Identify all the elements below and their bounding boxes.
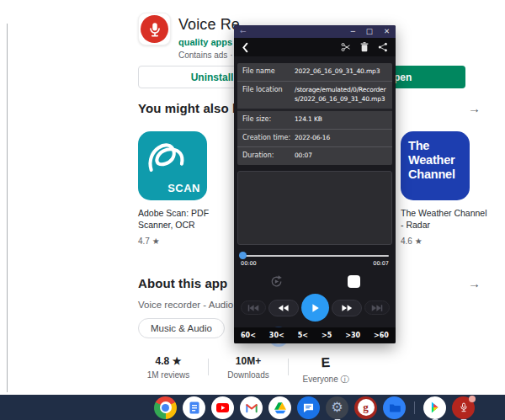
row-value: /storage/emulated/0/Recorders/2022_06_16… (295, 86, 387, 104)
stat-content-rating: E Everyone ⓘ (284, 355, 368, 385)
category-chip[interactable]: Music & Audio (138, 318, 225, 338)
back-chevron-icon[interactable] (242, 42, 248, 53)
about-description: Voice recorder - Audio rec (138, 300, 249, 310)
seek-step-bar: 60< 30< 5< >5 >30 >60 (234, 327, 396, 343)
about-heading: About this app (138, 276, 227, 290)
row-label: Creation time: (242, 134, 295, 143)
shelf-divider (414, 401, 415, 414)
shelf: ⚙ g (0, 395, 505, 420)
row-label: Duration: (242, 152, 295, 161)
shelf-item-settings[interactable]: ⚙ (326, 396, 348, 419)
row-value: 2022_06_16_09_31_40.mp3 (295, 67, 387, 77)
card-adobe-scan[interactable]: SCAN Adobe Scan: PDF Scanner, OCR 4.7 ★ (138, 131, 227, 246)
card-weather-channel[interactable]: The Weather Channel The Weather Channel … (401, 131, 490, 246)
adobe-scan-icon: SCAN (138, 131, 207, 200)
card-title: The Weather Channel - Radar (401, 208, 490, 231)
content-rating-label: Everyone ⓘ (284, 374, 368, 385)
seek-back-5-button[interactable]: 5< (298, 332, 308, 339)
maximize-icon[interactable]: □ (366, 28, 373, 35)
share-icon[interactable] (378, 42, 388, 52)
twc-line: Weather (408, 153, 455, 167)
shelf-item-docs[interactable] (183, 396, 205, 419)
table-row: File size: 124.1 KB (237, 109, 392, 129)
table-row: File name 2022_06_16_09_31_40.mp3 (237, 63, 392, 81)
docs-icon (183, 396, 205, 419)
total-time: 00:07 (373, 260, 389, 267)
seek-fwd-60-button[interactable]: >60 (374, 332, 389, 339)
skip-next-button[interactable] (364, 300, 390, 315)
voice-recorder-window: ← ─ □ ✕ (234, 25, 396, 343)
weather-channel-icon: The Weather Channel (401, 131, 470, 200)
files-folder-icon (383, 396, 406, 419)
shelf-item-voice-recorder[interactable] (452, 396, 475, 419)
g-app-icon: g (354, 396, 377, 419)
shelf-item-files[interactable] (383, 396, 406, 419)
file-info-table: File name 2022_06_16_09_31_40.mp3 File l… (237, 63, 392, 165)
youtube-icon (211, 396, 234, 419)
row-label: File location (242, 86, 295, 104)
seek-back-60-button[interactable]: 60< (241, 332, 256, 339)
skip-previous-button[interactable] (241, 300, 266, 315)
window-titlebar[interactable]: ← ─ □ ✕ (234, 25, 396, 38)
row-value: 00:07 (295, 152, 387, 161)
row-label: File size: (242, 115, 295, 125)
rating-label: 1M reviews (126, 370, 210, 380)
twc-line: Channel (408, 167, 455, 182)
rating-value: 4.8 ★ (126, 355, 210, 367)
twc-line: The (408, 139, 455, 153)
table-row: Creation time: 2022-06-16 (237, 129, 392, 147)
esrb-e-icon: E (284, 354, 369, 371)
chrome-icon (154, 396, 177, 419)
voice-recorder-app-icon (138, 13, 171, 45)
card-rating: 4.6 ★ (401, 237, 490, 246)
stop-button[interactable] (348, 275, 360, 288)
trim-scissors-icon[interactable] (341, 42, 351, 52)
fast-forward-button[interactable] (332, 300, 362, 316)
row-label: File name (242, 67, 295, 77)
shelf-item-gmail[interactable] (240, 396, 263, 419)
also-like-arrow-icon[interactable]: → (468, 101, 481, 115)
delete-trash-icon[interactable] (360, 42, 369, 52)
rewind-button[interactable] (268, 300, 299, 316)
waveform-panel (237, 171, 392, 245)
seek-back-30-button[interactable]: 30< (269, 332, 284, 339)
shelf-item-drive[interactable] (268, 396, 291, 419)
row-value: 124.1 KB (295, 115, 387, 125)
drive-icon (268, 396, 291, 419)
seek-thumb[interactable] (239, 252, 247, 259)
app-title: Voice Re (178, 16, 240, 34)
contains-ads-note: Contains ads · (178, 51, 232, 60)
microphone-icon (141, 15, 168, 43)
stat-rating: 4.8 ★ 1M reviews (126, 355, 210, 380)
seek-fwd-5-button[interactable]: >5 (322, 332, 332, 339)
close-icon[interactable]: ✕ (384, 28, 390, 35)
downloads-value: 10M+ (206, 355, 290, 367)
app-toolbar (234, 38, 396, 56)
settings-gear-icon: ⚙ (326, 396, 348, 419)
messages-icon (297, 396, 320, 419)
seek-bar[interactable] (241, 255, 389, 257)
table-row: Duration: 00:07 (237, 146, 392, 165)
browser-window-edge (7, 24, 8, 392)
shelf-item-messages[interactable] (297, 396, 320, 419)
shelf-item-youtube[interactable] (211, 396, 234, 419)
elapsed-time: 00:00 (241, 260, 257, 267)
notification-badge (469, 396, 476, 402)
row-value: 2022-06-16 (295, 134, 387, 143)
minimize-icon[interactable]: ─ (351, 28, 355, 35)
shelf-item-g-app[interactable]: g (354, 396, 377, 419)
stat-downloads: 10M+ Downloads (206, 355, 290, 380)
shelf-item-chrome[interactable] (154, 396, 177, 419)
seek-fwd-30-button[interactable]: >30 (345, 332, 360, 339)
about-arrow-icon[interactable]: → (468, 276, 481, 290)
gmail-icon (240, 396, 263, 419)
titlebar-back-icon[interactable]: ← (240, 28, 247, 35)
shelf-item-play-store[interactable] (423, 396, 446, 419)
table-row: File location /storage/emulated/0/Record… (237, 81, 392, 109)
play-store-icon (423, 396, 446, 419)
replay-loop-icon[interactable] (269, 274, 284, 289)
downloads-label: Downloads (206, 370, 290, 380)
developer-link[interactable]: quality apps (178, 37, 232, 47)
play-button[interactable] (301, 294, 329, 322)
card-title: Adobe Scan: PDF Scanner, OCR (138, 208, 227, 231)
